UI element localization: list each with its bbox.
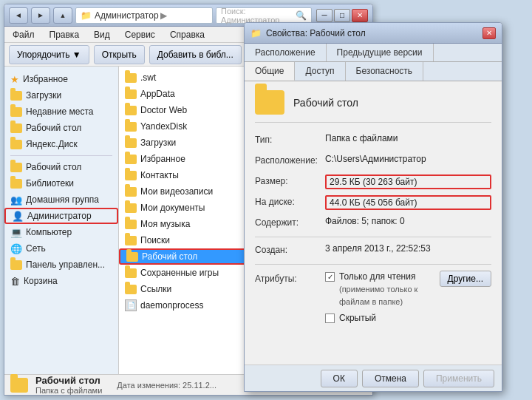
prop-value-contains: Файлов: 5; папок: 0 xyxy=(325,216,491,231)
dialog-tabs-row2: Общие Доступ Безопасность xyxy=(245,62,502,81)
minimize-button[interactable]: ─ xyxy=(316,9,332,22)
menu-edit[interactable]: Правка xyxy=(46,28,83,41)
sidebar-label-favorites: Избранное xyxy=(23,74,68,84)
dialog-title-text: Свойства: Рабочий стол xyxy=(266,28,366,38)
breadcrumb-icon: 📁 xyxy=(81,10,92,21)
menu-tools[interactable]: Сервис xyxy=(121,28,159,41)
folder-icon xyxy=(125,106,137,115)
sidebar-label-admin: Администратор xyxy=(27,211,92,221)
readonly-checkbox[interactable] xyxy=(325,272,335,282)
hidden-label: Скрытый xyxy=(339,312,376,325)
folder-icon xyxy=(10,140,22,149)
search-bar[interactable]: Поиск: Администратор 🔍 xyxy=(216,7,312,24)
prop-value-created: 3 апреля 2013 г., 22:52:53 xyxy=(325,243,491,258)
sidebar-item-libraries[interactable]: Библиотеки xyxy=(4,175,118,191)
dialog-content: Рабочий стол Тип: Папка с файлами Распол… xyxy=(245,81,502,365)
up-button[interactable]: ▲ xyxy=(53,7,72,24)
breadcrumb[interactable]: 📁 Администратор ▶ xyxy=(75,7,213,24)
back-button[interactable]: ◄ xyxy=(9,7,28,24)
sidebar-item-yandex[interactable]: Яндекс.Диск xyxy=(4,136,118,152)
sidebar-label-trash: Корзина xyxy=(24,276,58,286)
sidebar-item-admin[interactable]: 👤 Администратор xyxy=(4,208,118,224)
forward-button[interactable]: ► xyxy=(31,7,50,24)
other-button[interactable]: Другие... xyxy=(440,271,491,287)
sidebar-item-favorites[interactable]: ★ Избранное xyxy=(4,71,118,87)
sidebar-label-libraries: Библиотеки xyxy=(26,178,74,189)
apply-button[interactable]: Применить xyxy=(423,370,494,387)
properties-dialog: 📁 Свойства: Рабочий стол ✕ Расположение … xyxy=(244,22,502,392)
close-button[interactable]: ✕ xyxy=(352,9,368,22)
prop-label-size: Размер: xyxy=(255,174,325,189)
folder-icon xyxy=(125,187,137,197)
dialog-folder-icon-small: 📁 xyxy=(250,28,262,38)
title-bar-left: ◄ ► ▲ 📁 Администратор ▶ Поиск: Администр… xyxy=(9,7,312,24)
cancel-button[interactable]: Отмена xyxy=(362,370,419,387)
sidebar: ★ Избранное Загрузки Недавние места Рабо… xyxy=(4,67,119,374)
file-label: Загрузки xyxy=(140,138,176,148)
readonly-label: Только для чтения(применимо только к фай… xyxy=(339,271,435,308)
sidebar-item-homegroup[interactable]: 👥 Домашняя группа xyxy=(4,191,118,208)
folder-icon xyxy=(10,123,22,133)
admin-icon: 👤 xyxy=(12,211,24,222)
folder-icon xyxy=(125,203,137,213)
sidebar-item-computer[interactable]: 💻 Компьютер xyxy=(4,224,118,240)
sidebar-item-recent[interactable]: Недавние места xyxy=(4,104,118,120)
file-icon: 📄 xyxy=(125,299,137,311)
add-to-library-button[interactable]: Добавить в библ... xyxy=(149,45,242,64)
sidebar-item-trash[interactable]: 🗑 Корзина xyxy=(4,273,118,289)
attr-row-readonly: Только для чтения(применимо только к фай… xyxy=(325,271,491,308)
prop-row-size: Размер: 29.5 КБ (30 263 байт) xyxy=(255,174,491,189)
prop-row-created: Создан: 3 апреля 2013 г., 22:52:53 xyxy=(255,243,491,258)
sidebar-label-homegroup: Домашняя группа xyxy=(26,194,99,205)
dialog-title-bar: 📁 Свойства: Рабочий стол ✕ xyxy=(245,23,502,44)
folder-icon xyxy=(10,260,22,270)
menu-help[interactable]: Справка xyxy=(166,28,208,41)
sidebar-item-network[interactable]: 🌐 Сеть xyxy=(4,240,118,257)
dialog-big-folder-icon xyxy=(255,90,284,115)
prop-row-contains: Содержит: Файлов: 5; папок: 0 xyxy=(255,216,491,231)
homegroup-icon: 👥 xyxy=(10,194,22,206)
sidebar-item-desktop1[interactable]: Рабочий стол xyxy=(4,120,118,136)
network-icon: 🌐 xyxy=(10,243,22,254)
ok-button[interactable]: ОК xyxy=(321,370,358,387)
file-label: .swt xyxy=(140,72,156,83)
dialog-title: 📁 Свойства: Рабочий стол xyxy=(250,28,366,38)
open-button[interactable]: Открыть xyxy=(94,45,145,64)
maximize-button[interactable]: □ xyxy=(334,9,350,22)
file-label: Сохраненные игры xyxy=(140,268,219,278)
file-label: AppData xyxy=(140,89,175,99)
menu-file[interactable]: Файл xyxy=(9,28,38,41)
tab-security[interactable]: Безопасность xyxy=(346,62,424,81)
menu-view[interactable]: Вид xyxy=(90,28,114,41)
sidebar-label-recent: Недавние места xyxy=(26,106,93,117)
folder-icon xyxy=(126,252,138,262)
sidebar-label-downloads: Загрузки xyxy=(26,90,61,101)
folder-icon xyxy=(10,179,22,189)
tab-previous-versions[interactable]: Предыдущие версии xyxy=(327,44,434,61)
hidden-checkbox[interactable] xyxy=(325,313,335,323)
tab-general[interactable]: Общие xyxy=(245,62,295,81)
folder-icon xyxy=(125,122,137,132)
dialog-close-button[interactable]: ✕ xyxy=(482,27,496,39)
sidebar-item-controlpanel[interactable]: Панель управлен... xyxy=(4,257,118,273)
tab-location[interactable]: Расположение xyxy=(245,44,327,61)
prop-value-size-on-disk: 44.0 КБ (45 056 байт) xyxy=(325,195,491,210)
prop-label-size-on-disk: На диске: xyxy=(255,195,325,210)
sidebar-label-network: Сеть xyxy=(26,243,46,254)
tab-access[interactable]: Доступ xyxy=(295,62,345,81)
prop-label-created: Создан: xyxy=(255,243,325,258)
folder-icon xyxy=(10,91,22,101)
folder-icon xyxy=(125,138,137,148)
search-icon: 🔍 xyxy=(296,10,307,21)
prop-value-type: Папка с файлами xyxy=(325,133,491,148)
dialog-header: Рабочий стол xyxy=(255,90,491,123)
file-label: daemonprocess xyxy=(140,300,203,311)
sidebar-item-downloads[interactable]: Загрузки xyxy=(4,87,118,104)
file-label: Поиски xyxy=(140,235,170,245)
sidebar-item-desktop2[interactable]: Рабочий стол xyxy=(4,159,118,175)
prop-row-location: Расположение: C:\Users\Администратор xyxy=(255,154,491,169)
star-icon: ★ xyxy=(10,74,19,85)
status-folder-name: Рабочий стол xyxy=(35,375,102,386)
organize-button[interactable]: Упорядочить ▼ xyxy=(9,45,89,64)
sidebar-label-desktop2: Рабочий стол xyxy=(26,162,81,172)
